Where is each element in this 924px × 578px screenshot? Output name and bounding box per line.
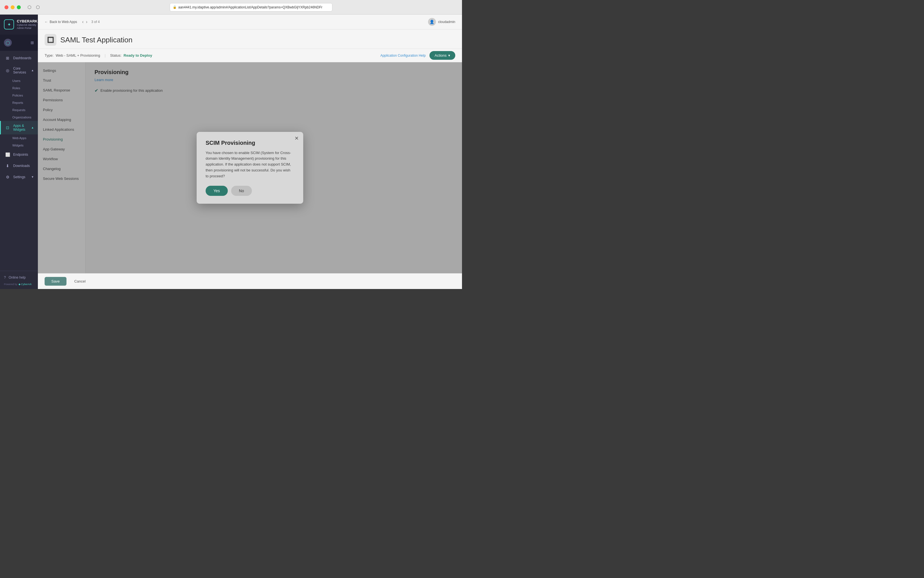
content-area: Settings Trust SAML Response Permissions… [38, 62, 462, 273]
online-help-item[interactable]: ? Online help [4, 273, 34, 282]
app-meta-right: Application Configuration Help Actions ▾ [380, 51, 455, 60]
traffic-lights [5, 5, 21, 9]
cancel-button[interactable]: Cancel [70, 277, 90, 286]
app-layout: ✦ CYBERARK CyberArk IdentityAdmin Portal… [0, 15, 462, 289]
sidebar: ✦ CYBERARK CyberArk IdentityAdmin Portal… [0, 15, 38, 289]
sidebar-sub-item-users[interactable]: Users [0, 77, 38, 84]
sidebar-sub-item-widgets[interactable]: Widgets [0, 142, 38, 149]
minimize-button[interactable] [11, 5, 15, 9]
endpoints-label: Endpoints [13, 153, 28, 157]
sidebar-sub-item-organizations[interactable]: Organizations [0, 114, 38, 121]
close-button[interactable] [5, 5, 8, 9]
app-meta-left: Type: Web - SAML + Provisioning | Status… [45, 53, 152, 57]
logo-icon: ✦ [4, 19, 14, 29]
type-label: Type: [45, 53, 53, 57]
username: cloudadmin [438, 20, 455, 24]
app-status: Status: Ready to Deploy [110, 53, 152, 57]
next-app-button[interactable]: › [85, 19, 88, 25]
secure-icon: 🔒 [173, 5, 177, 9]
app-icon: 🔲 [45, 34, 57, 46]
cyberark-brand: ◆ CyberArk [18, 283, 32, 286]
apps-widgets-sub-items: Web Apps Widgets [0, 135, 38, 149]
user-icon: ◯ [4, 39, 12, 47]
core-services-sub-items: Users Roles Policies Reports Requests Or… [0, 77, 38, 121]
sidebar-item-apps-widgets[interactable]: ⊡ Apps & Widgets ▲ [0, 121, 38, 135]
main-content: ← Back to Web Apps ‹ › 3 of 4 👤 cloudadm… [38, 15, 462, 289]
help-icon: ? [4, 276, 6, 279]
endpoints-icon: ⬜ [5, 152, 10, 157]
bottom-bar: Save Cancel [38, 273, 462, 289]
modal-close-button[interactable]: ✕ [295, 135, 299, 141]
actions-label: Actions [434, 53, 447, 57]
downloads-icon: ⬇ [5, 163, 10, 169]
modal-body: You have chosen to enable SCIM (System f… [206, 150, 294, 179]
core-services-label: Core Services [13, 67, 28, 75]
fullscreen-button[interactable] [17, 5, 21, 9]
status-value: Ready to Deploy [124, 53, 152, 57]
sidebar-user-section: ◯ ⊞ [0, 34, 38, 51]
powered-by-label: Powered by [4, 283, 18, 286]
address-bar[interactable]: 🔒 aan4441.my.idaptive.app/admin#/Applica… [170, 3, 332, 11]
meta-divider: | [105, 53, 105, 57]
sidebar-sub-item-reports[interactable]: Reports [0, 99, 38, 106]
sidebar-item-core-services[interactable]: ◎ Core Services ▲ [0, 64, 38, 77]
back-label: Back to Web Apps [50, 20, 77, 24]
sidebar-sub-item-policies[interactable]: Policies [0, 92, 38, 99]
sidebar-item-settings[interactable]: ⚙ Settings ▼ [0, 171, 38, 183]
sidebar-sub-item-web-apps[interactable]: Web Apps [0, 135, 38, 142]
user-avatar: 👤 [428, 18, 436, 26]
modal-no-button[interactable]: No [231, 186, 252, 196]
sidebar-nav: ⊞ Dashboards ◎ Core Services ▲ Users Rol… [0, 51, 38, 271]
app-title: SAML Test Application [60, 36, 132, 44]
scim-modal: ✕ SCIM Provisioning You have chosen to e… [197, 132, 303, 204]
sidebar-logo: ✦ CYBERARK CyberArk IdentityAdmin Portal [0, 15, 38, 34]
sidebar-item-endpoints[interactable]: ⬜ Endpoints [0, 149, 38, 160]
settings-expand-icon: ▼ [31, 175, 34, 179]
modal-yes-button[interactable]: Yes [206, 186, 228, 196]
dashboards-label: Dashboards [13, 56, 31, 60]
type-value: Web - SAML + Provisioning [55, 53, 100, 57]
dashboards-icon: ⊞ [5, 55, 10, 61]
nav-arrows: ‹ › 3 of 4 [82, 19, 100, 25]
browser-nav: ⬡ ⬡ [26, 3, 41, 11]
grid-icon[interactable]: ⊞ [31, 41, 34, 45]
sidebar-item-downloads[interactable]: ⬇ Downloads [0, 160, 38, 171]
main-header: ← Back to Web Apps ‹ › 3 of 4 👤 cloudadm… [38, 15, 462, 29]
core-services-expand-icon: ▲ [31, 69, 34, 72]
settings-icon: ⚙ [5, 174, 10, 180]
downloads-label: Downloads [13, 164, 30, 168]
modal-title: SCIM Provisioning [206, 140, 294, 146]
app-type: Type: Web - SAML + Provisioning [45, 53, 100, 57]
sidebar-footer: ? Online help Powered by ◆ CyberArk [0, 271, 38, 289]
online-help-label: Online help [9, 276, 26, 279]
forward-nav-button[interactable]: ⬡ [35, 3, 41, 11]
actions-chevron-icon: ▾ [448, 53, 450, 57]
config-help-link[interactable]: Application Configuration Help [380, 54, 426, 57]
core-services-icon: ◎ [5, 68, 10, 73]
actions-button[interactable]: Actions ▾ [430, 51, 455, 60]
modal-overlay[interactable]: ✕ SCIM Provisioning You have chosen to e… [38, 62, 462, 273]
header-right: 👤 cloudadmin [428, 18, 455, 26]
url-text: aan4441.my.idaptive.app/admin#/Applicati… [178, 5, 323, 9]
apps-widgets-expand-icon: ▲ [31, 126, 34, 129]
prev-app-button[interactable]: ‹ [82, 19, 84, 25]
apps-widgets-icon: ⊡ [5, 125, 10, 130]
back-arrow-icon: ← [45, 20, 48, 24]
back-to-web-apps-link[interactable]: ← Back to Web Apps [45, 20, 77, 24]
logo-subtitle: CyberArk IdentityAdmin Portal [17, 24, 37, 30]
save-button[interactable]: Save [45, 277, 66, 286]
browser-chrome: ⬡ ⬡ 🔒 aan4441.my.idaptive.app/admin#/App… [0, 0, 462, 15]
sidebar-item-dashboards[interactable]: ⊞ Dashboards [0, 52, 38, 64]
apps-widgets-label: Apps & Widgets [13, 124, 28, 132]
logo-text: CYBERARK [17, 19, 37, 24]
app-title-section: 🔲 SAML Test Application [38, 29, 462, 49]
back-nav-button[interactable]: ⬡ [26, 3, 32, 11]
page-counter: 3 of 4 [91, 20, 100, 24]
modal-actions: Yes No [206, 186, 294, 196]
app-meta-bar: Type: Web - SAML + Provisioning | Status… [38, 49, 462, 62]
sidebar-sub-item-requests[interactable]: Requests [0, 106, 38, 114]
status-label: Status: [110, 53, 121, 57]
powered-by: Powered by ◆ CyberArk [4, 282, 34, 287]
sidebar-sub-item-roles[interactable]: Roles [0, 84, 38, 92]
settings-label: Settings [13, 175, 25, 179]
